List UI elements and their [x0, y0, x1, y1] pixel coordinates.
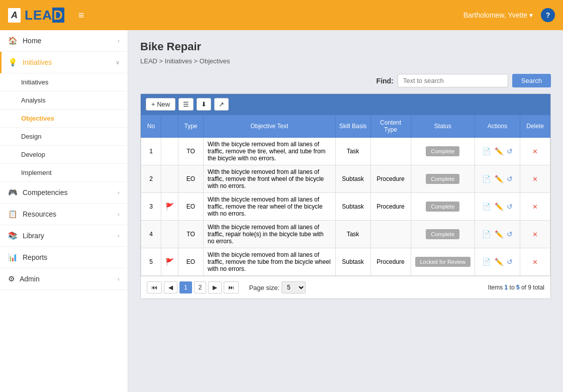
pagination-bar: ⏮ ◀ 1 2 ▶ ⏭ Page size: 5 10 25 Items 1 t… — [141, 276, 550, 299]
cell-skill-basis: Task — [335, 138, 370, 165]
edit-icon[interactable]: ✏️ — [495, 258, 503, 266]
sidebar-sub-design[interactable]: Design — [0, 128, 128, 146]
col-type: Type — [178, 115, 204, 138]
top-nav: A LEAD ≡ Bartholomew, Yvette ▾ ? — [0, 0, 563, 30]
sidebar-item-reports[interactable]: 📊 Reports — [0, 247, 128, 268]
user-name[interactable]: Bartholomew, Yvette ▾ — [463, 11, 533, 19]
sidebar-item-competencies[interactable]: 🎮 Competencies ‹ — [0, 182, 128, 204]
sidebar-sub-analysis[interactable]: Analysis — [0, 91, 128, 110]
cell-status[interactable]: Locked for Review — [411, 248, 475, 276]
breadcrumb-lead[interactable]: LEAD — [140, 57, 157, 65]
view-icon[interactable]: 📄 — [482, 175, 491, 183]
cell-no: 2 — [141, 165, 161, 193]
nav-right: Bartholomew, Yvette ▾ ? — [463, 8, 555, 22]
breadcrumb-objectives[interactable]: Objectives — [200, 57, 230, 65]
status-button[interactable]: Complete — [426, 229, 459, 239]
cell-type: EO — [178, 165, 204, 193]
sidebar-item-home[interactable]: 🏠 Home ‹ — [0, 30, 128, 52]
next-page-button[interactable]: ▶ — [208, 281, 222, 293]
delete-icon[interactable]: ✕ — [532, 203, 538, 211]
export-button[interactable]: ↗ — [214, 98, 229, 111]
sidebar-sub-objectives[interactable]: Objectives — [0, 110, 128, 128]
list-button[interactable]: ☰ — [178, 98, 194, 111]
hamburger-menu[interactable]: ≡ — [78, 10, 84, 21]
delete-icon[interactable]: ✕ — [532, 231, 538, 238]
cell-delete[interactable]: ✕ — [520, 221, 550, 248]
status-button[interactable]: Locked for Review — [415, 257, 471, 267]
sidebar-item-library[interactable]: 📚 Library ‹ — [0, 225, 128, 247]
col-delete: Delete — [520, 115, 550, 138]
status-button[interactable]: Complete — [426, 202, 459, 212]
col-flag — [161, 115, 178, 138]
edit-icon[interactable]: ✏️ — [495, 230, 503, 238]
library-label: Library — [23, 232, 118, 240]
cell-content-type: Procedure — [370, 193, 411, 221]
status-button[interactable]: Complete — [426, 174, 459, 184]
library-icon: 📚 — [8, 231, 18, 240]
cell-delete[interactable]: ✕ — [520, 138, 550, 165]
help-button[interactable]: ? — [541, 8, 555, 22]
cell-content-type — [370, 138, 411, 165]
table-row: 1 TO With the bicycle removed from all l… — [141, 138, 550, 165]
table-row: 3 🚩 EO With the bicycle removed from all… — [141, 193, 550, 221]
reset-icon[interactable]: ↺ — [507, 230, 513, 238]
sidebar-item-initiatives[interactable]: 💡 Initiatives ∨ — [0, 52, 128, 73]
cell-status[interactable]: Complete — [411, 165, 475, 193]
cell-objective-text: With the bicycle removed from all lanes … — [204, 138, 336, 165]
status-button[interactable]: Complete — [426, 146, 459, 156]
new-button[interactable]: + New — [146, 98, 175, 111]
cell-delete[interactable]: ✕ — [520, 165, 550, 193]
reset-icon[interactable]: ↺ — [507, 203, 513, 211]
col-actions: Actions — [475, 115, 520, 138]
prev-page-button[interactable]: ◀ — [164, 281, 177, 293]
view-icon[interactable]: 📄 — [482, 203, 491, 211]
col-content-type: Content Type — [370, 115, 411, 138]
cell-status[interactable]: Complete — [411, 138, 475, 165]
cell-status[interactable]: Complete — [411, 193, 475, 221]
reset-icon[interactable]: ↺ — [507, 258, 513, 266]
logo-a: A — [11, 10, 18, 20]
last-page-button[interactable]: ⏭ — [224, 281, 239, 293]
table-row: 2 EO With the bicycle removed from all l… — [141, 165, 550, 193]
admin-chevron: ‹ — [118, 276, 120, 282]
view-icon[interactable]: 📄 — [482, 147, 491, 155]
delete-icon[interactable]: ✕ — [532, 258, 538, 266]
page-1-button[interactable]: 1 — [179, 281, 192, 293]
reset-icon[interactable]: ↺ — [507, 147, 513, 155]
delete-icon[interactable]: ✕ — [532, 175, 538, 183]
sidebar-sub-develop[interactable]: Develop — [0, 146, 128, 164]
items-info: Items 1 to 5 of 9 total — [488, 284, 544, 291]
cell-status[interactable]: Complete — [411, 221, 475, 248]
cell-actions: 📄 ✏️ ↺ — [475, 165, 520, 193]
delete-icon[interactable]: ✕ — [532, 148, 538, 155]
search-input[interactable] — [398, 74, 508, 87]
breadcrumb-initiatives[interactable]: Initiatives — [165, 57, 192, 65]
cell-flag — [161, 138, 178, 165]
page-2-button[interactable]: 2 — [194, 281, 207, 293]
edit-icon[interactable]: ✏️ — [495, 175, 503, 183]
find-label: Find: — [377, 77, 394, 85]
page-size-select[interactable]: 5 10 25 — [282, 281, 306, 293]
sidebar-sub-implement[interactable]: Implement — [0, 164, 128, 182]
cell-flag — [161, 221, 178, 248]
download-button[interactable]: ⬇ — [197, 98, 211, 111]
table-row: 5 🚩 EO With the bicycle removed from all… — [141, 248, 550, 276]
cell-skill-basis: Subtask — [335, 248, 370, 276]
view-icon[interactable]: 📄 — [482, 230, 491, 238]
sidebar-sub-initiatives[interactable]: Initiatives — [0, 73, 128, 91]
cell-no: 1 — [141, 138, 161, 165]
competencies-label: Competencies — [23, 188, 118, 197]
reports-icon: 📊 — [8, 253, 18, 262]
view-icon[interactable]: 📄 — [482, 258, 491, 266]
search-button[interactable]: Search — [512, 74, 551, 87]
reset-icon[interactable]: ↺ — [507, 175, 513, 183]
cell-delete[interactable]: ✕ — [520, 193, 550, 221]
cell-flag — [161, 165, 178, 193]
sidebar-item-resources[interactable]: 📋 Resources ‹ — [0, 204, 128, 225]
sidebar-item-admin[interactable]: ⚙ Admin ‹ — [0, 268, 128, 290]
reports-label: Reports — [23, 253, 120, 261]
cell-delete[interactable]: ✕ — [520, 248, 550, 276]
edit-icon[interactable]: ✏️ — [495, 203, 503, 211]
edit-icon[interactable]: ✏️ — [495, 147, 503, 155]
first-page-button[interactable]: ⏮ — [147, 281, 162, 293]
